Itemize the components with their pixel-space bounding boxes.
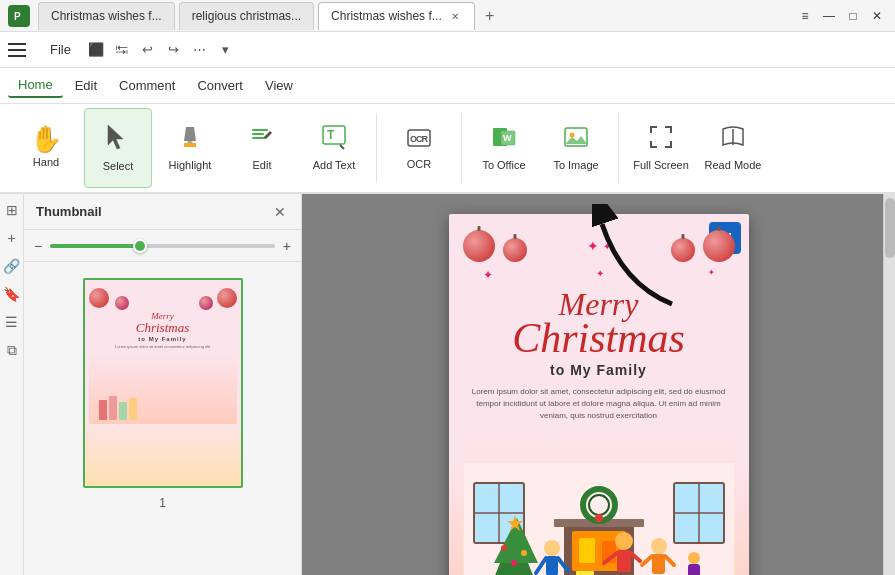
highlight-icon [176,123,204,155]
qa-more-icon[interactable]: ⋯ [189,39,211,61]
qa-redo-icon[interactable]: ↪ [163,39,185,61]
tool-edit[interactable]: Edit [228,108,296,188]
zoom-slider[interactable] [50,244,275,248]
scene-svg [464,463,734,575]
svg-rect-29 [579,538,595,563]
christmas-text: Christmas [512,320,685,358]
svg-point-50 [651,538,667,554]
scrollbar[interactable] [883,194,895,575]
svg-text:T: T [327,128,335,142]
tool-readmode[interactable]: Read Mode [699,108,767,188]
svg-point-41 [511,560,517,566]
thumb-ornament-4 [217,288,237,308]
sidebar-toggle-button[interactable] [8,38,32,62]
new-tab-button[interactable]: + [479,5,501,27]
edit-icon [248,123,276,155]
tool-fullscreen[interactable]: Full Screen [627,108,695,188]
select-icon [104,123,132,156]
svg-rect-58 [584,571,586,575]
qa-undo-icon[interactable]: ↩ [137,39,159,61]
qa-page-icon[interactable]: ⬛ [85,39,107,61]
tool-highlight[interactable]: Highlight [156,108,224,188]
thumb-right-ornaments [199,288,237,310]
thumb-ornament-1 [89,288,109,308]
menu-item-comment[interactable]: Comment [109,74,185,97]
svg-line-10 [340,145,344,149]
tool-addtext[interactable]: T Add Text [300,108,368,188]
tool-hand[interactable]: ✋ Hand [12,108,80,188]
tool-highlight-label: Highlight [169,159,212,172]
svg-point-42 [544,540,560,556]
menu-item-view[interactable]: View [255,74,303,97]
zoom-slider-track [50,244,140,248]
thumb-christmas: Christmas [136,321,189,334]
svg-rect-55 [688,564,700,575]
thumb-lorem: Lorem ipsum dolor sit amet consectetur a… [115,344,210,350]
svg-point-17 [570,133,575,138]
side-icon-bookmark[interactable]: 🔖 [2,284,22,304]
qa-page2-icon[interactable]: ⭾ [111,39,133,61]
side-icon-list[interactable]: ☰ [2,312,22,332]
qa-dropdown-icon[interactable]: ▾ [215,39,237,61]
thumb-ornaments-row [89,288,237,310]
hamburger-menu-icon[interactable]: ≡ [795,6,815,26]
maximize-button[interactable]: □ [843,6,863,26]
menu-item-edit[interactable]: Edit [65,74,107,97]
thumb-scene [89,354,237,424]
app-logo: P [8,5,30,27]
ornament-medium-right [671,238,695,262]
sparkle-icon-4: ✦ [596,268,604,282]
tool-tooffice-label: To Office [482,159,525,172]
ornament-medium-left [503,238,527,262]
hand-icon: ✋ [30,126,62,152]
menu-item-file[interactable]: File [40,38,81,61]
addtext-icon: T [320,123,348,155]
svg-rect-7 [252,137,266,139]
scrollbar-thumb[interactable] [885,198,895,258]
menu-item-home[interactable]: Home [8,73,63,98]
minimize-button[interactable]: — [819,6,839,26]
ribbon-separator-3 [618,113,619,183]
window-controls: ≡ — □ ✕ [795,6,887,26]
svg-text:OCR: OCR [410,134,429,144]
thumbnail-close-button[interactable]: ✕ [271,203,289,221]
svg-point-46 [615,532,633,550]
tool-tooffice[interactable]: W To Office [470,108,538,188]
tab-close-icon[interactable]: ✕ [448,9,462,23]
svg-point-34 [595,514,603,522]
zoom-in-icon[interactable]: + [283,238,291,254]
ocr-icon: OCR [405,124,433,154]
thumbnail-page-1[interactable]: Merry Christmas to My Family Lorem ipsum… [83,278,243,488]
tab-religious-christmas[interactable]: religious christmas... [179,2,314,30]
thumbnail-page-inner: Merry Christmas to My Family Lorem ipsum… [85,280,241,486]
thumbnail-header: Thumbnail ✕ [24,194,301,230]
tool-toimage[interactable]: To Image [542,108,610,188]
ribbon-separator-2 [461,113,462,183]
side-icon-link[interactable]: 🔗 [2,256,22,276]
thumbnail-panel: Thumbnail ✕ − + [24,194,302,575]
tool-ocr-label: OCR [407,158,431,171]
tab-christmas-wishes-2[interactable]: Christmas wishes f... ✕ [318,2,475,30]
ribbon-separator-1 [376,113,377,183]
zoom-out-icon[interactable]: − [34,238,42,254]
left-ornaments [463,230,527,262]
sparkles: ✦ ✦ [587,230,611,262]
sparkle-icon-2: ✦ [603,241,611,252]
svg-point-54 [688,552,700,564]
side-icon-pages[interactable]: ⊞ [2,200,22,220]
tool-select[interactable]: Select [84,108,152,188]
side-icon-copy[interactable]: ⧉ [2,340,22,360]
svg-rect-51 [652,554,665,574]
document-viewer[interactable]: W ✦ ✦ ✦ ✦ ✦ [302,194,895,575]
zoom-slider-thumb[interactable] [133,239,147,253]
close-button[interactable]: ✕ [867,6,887,26]
menu-item-convert[interactable]: Convert [187,74,253,97]
lorem-text: Lorem ipsum dolor sit amet, consectetur … [463,386,735,422]
ribbon: ✋ Hand Select Highlight Edit T Add Text … [0,104,895,194]
menu-bar: Home Edit Comment Convert View [0,68,895,104]
thumbnail-title: Thumbnail [36,204,102,219]
thumb-fig-3 [119,402,127,420]
tool-ocr[interactable]: OCR OCR [385,108,453,188]
tab-christmas-wishes-1[interactable]: Christmas wishes f... [38,2,175,30]
side-icon-add[interactable]: + [2,228,22,248]
